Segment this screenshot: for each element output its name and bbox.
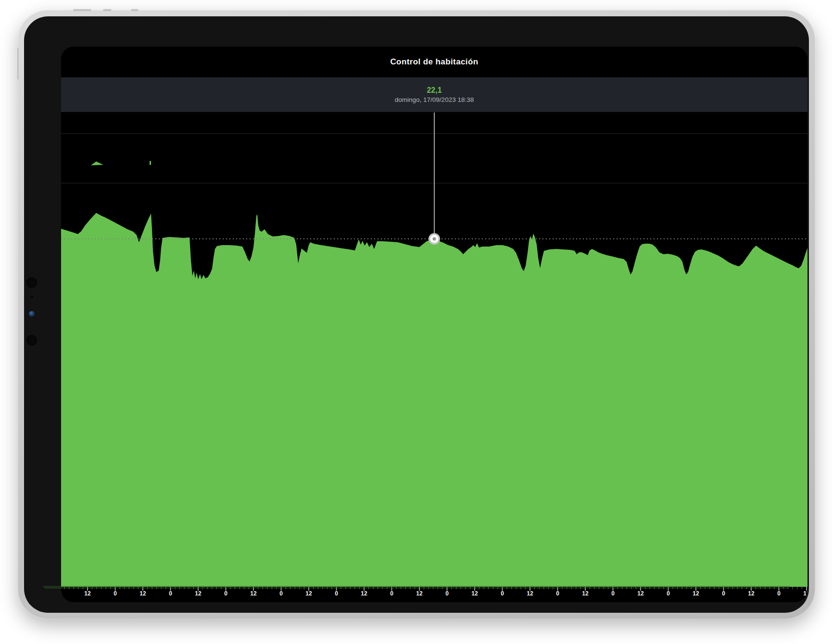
x-axis-label: 12 (803, 590, 807, 597)
x-axis-label: 12 (416, 590, 423, 597)
x-axis-label: 0 (611, 590, 615, 597)
x-axis-label: 12 (527, 590, 533, 597)
tooltip-value: 22,1 (427, 86, 441, 95)
x-axis-label: 0 (556, 590, 559, 597)
x-axis-label: 0 (390, 590, 393, 597)
x-axis-label: 0 (224, 590, 227, 597)
x-axis-label: 0 (667, 590, 670, 597)
front-camera-icon (26, 277, 37, 288)
x-axis-label: 0 (279, 590, 283, 597)
series-spike-mark (91, 161, 103, 165)
power-button (131, 9, 139, 11)
x-axis-label: 12 (250, 590, 257, 597)
x-axis-label: 0 (61, 590, 62, 597)
x-axis-label: 12 (195, 590, 202, 597)
tablet-frame: 0120120120120120120120120120120120120120… (18, 10, 815, 619)
x-axis-label: 12 (693, 590, 699, 597)
camera-lens-icon (29, 311, 35, 317)
x-axis-label: 0 (722, 590, 725, 597)
tooltip-panel: 22,1 domingo, 17/09/2023 18:38 (61, 77, 807, 112)
x-axis-label: 12 (139, 590, 146, 597)
x-axis-label: 12 (582, 590, 589, 597)
screen-edge-glow (43, 586, 790, 589)
volume-button-2 (103, 9, 112, 11)
x-axis-label: 0 (777, 590, 781, 597)
selected-point-marker-dot (433, 237, 436, 241)
x-axis-label: 0 (335, 590, 338, 597)
tooltip-date: domingo, 17/09/2023 18:38 (395, 96, 474, 103)
x-axis-label: 12 (471, 590, 478, 597)
series-spike-mark (150, 161, 151, 165)
page-background: 0120120120120120120120120120120120120120… (0, 0, 832, 644)
x-axis-label: 12 (637, 590, 644, 597)
screen: 0120120120120120120120120120120120120120… (61, 47, 807, 602)
temperature-area-chart[interactable]: 0120120120120120120120120120120120120120… (61, 47, 807, 602)
x-axis-label: 12 (84, 590, 91, 597)
page-title: Control de habitación (390, 57, 478, 67)
x-axis-label: 12 (305, 590, 312, 597)
temperature-area (61, 213, 807, 587)
volume-button-1 (73, 9, 91, 11)
x-axis-label: 0 (169, 590, 172, 597)
ambient-sensor-icon (31, 296, 33, 298)
app-titlebar: Control de habitación (61, 47, 807, 77)
front-camera2-icon (26, 335, 37, 346)
x-axis-label: 0 (113, 590, 117, 597)
x-axis-label: 12 (748, 590, 755, 597)
x-axis-label: 0 (501, 590, 504, 597)
x-axis-label: 0 (445, 590, 449, 597)
side-button (16, 48, 19, 80)
x-axis-label: 12 (361, 590, 367, 597)
tablet-bezel: 0120120120120120120120120120120120120120… (24, 16, 809, 613)
